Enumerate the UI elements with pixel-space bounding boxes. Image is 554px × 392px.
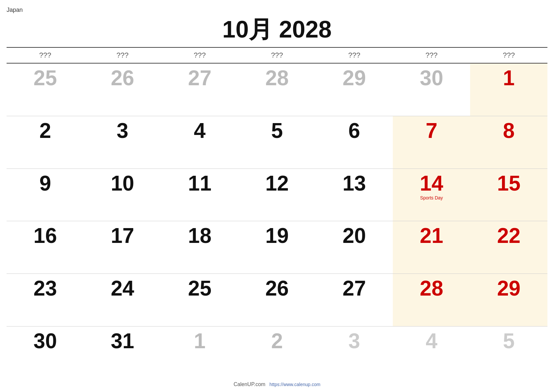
day-cell: 29 [315, 64, 393, 116]
brand-label: CalenUP.com [234, 381, 265, 387]
day-number: 31 [111, 330, 134, 352]
day-cell: 25 [161, 274, 239, 326]
day-number: 5 [503, 330, 515, 352]
day-number: 4 [194, 120, 206, 141]
day-number: 29 [497, 278, 520, 299]
day-number: 30 [420, 67, 443, 89]
day-number: 28 [265, 67, 289, 89]
day-number: 21 [420, 225, 443, 246]
week-row-5: 303112345 [7, 327, 547, 379]
day-cell: 6 [315, 116, 393, 169]
day-number: 16 [34, 225, 57, 246]
day-cell: 4 [161, 116, 239, 169]
calendar-page: Japan 10月 2028 ????????????????????? 252… [0, 0, 554, 392]
day-header-2: ??? [161, 48, 239, 63]
day-cell: 30 [7, 327, 84, 379]
day-number: 5 [271, 120, 283, 141]
week-row-0: 2526272829301 [7, 64, 547, 116]
day-cell: 5 [239, 116, 316, 169]
day-cell: 28 [393, 274, 470, 326]
day-number: 3 [348, 330, 360, 352]
day-number: 19 [265, 225, 289, 246]
day-header-5: ??? [393, 48, 470, 63]
day-cell: 15 [470, 169, 547, 221]
day-number: 11 [188, 173, 212, 194]
day-cell: 28 [239, 64, 316, 116]
holiday-label: Sports Day [420, 195, 443, 200]
week-row-1: 2345678 [7, 116, 547, 169]
day-cell: 19 [239, 221, 316, 274]
day-cell: 9 [7, 169, 84, 221]
day-header-6: ??? [470, 48, 547, 63]
day-number: 3 [116, 120, 128, 141]
day-cell: 1 [161, 327, 239, 379]
day-number: 20 [342, 225, 366, 246]
day-number: 8 [503, 120, 515, 141]
day-cell: 12 [239, 169, 316, 221]
day-cell: 3 [84, 116, 161, 169]
day-cell: 24 [84, 274, 161, 326]
month-title: 10月 2028 [7, 14, 547, 44]
day-number: 12 [265, 173, 289, 194]
day-cell: 26 [239, 274, 316, 326]
day-number: 18 [188, 225, 212, 246]
day-cell: 17 [84, 221, 161, 274]
day-cell: 18 [161, 221, 239, 274]
day-cell: 13 [315, 169, 393, 221]
day-number: 14 [420, 173, 443, 194]
day-cell: 11 [161, 169, 239, 221]
day-number: 2 [39, 120, 51, 141]
day-cell: 14Sports Day [393, 169, 470, 221]
day-cell: 5 [470, 327, 547, 379]
day-cell: 3 [315, 327, 393, 379]
day-number: 13 [342, 173, 366, 194]
day-number: 4 [426, 330, 438, 352]
day-cell: 2 [239, 327, 316, 379]
day-number: 26 [111, 67, 134, 89]
country-label: Japan [7, 7, 547, 13]
day-header-0: ??? [7, 48, 84, 63]
day-number: 2 [271, 330, 283, 352]
weeks-container: 2526272829301234567891011121314Sports Da… [7, 64, 547, 379]
day-header-4: ??? [315, 48, 393, 63]
day-header-1: ??? [84, 48, 161, 63]
day-number: 10 [111, 173, 134, 194]
day-cell: 16 [7, 221, 84, 274]
day-number: 22 [497, 225, 520, 246]
day-number: 15 [497, 173, 520, 194]
day-number: 6 [348, 120, 360, 141]
day-number: 7 [426, 120, 438, 141]
day-number: 30 [34, 330, 57, 352]
day-cell: 10 [84, 169, 161, 221]
day-number: 29 [342, 67, 366, 89]
day-cell: 27 [161, 64, 239, 116]
day-cell: 8 [470, 116, 547, 169]
day-number: 25 [34, 67, 57, 89]
day-number: 27 [188, 67, 212, 89]
day-number: 17 [111, 225, 134, 246]
day-header-3: ??? [239, 48, 316, 63]
day-number: 1 [503, 67, 515, 89]
day-cell: 26 [84, 64, 161, 116]
week-row-2: 91011121314Sports Day15 [7, 169, 547, 222]
calendar-grid: ????????????????????? 252627282930123456… [7, 47, 547, 379]
day-number: 26 [265, 278, 289, 299]
day-cell: 27 [315, 274, 393, 326]
day-number: 27 [342, 278, 366, 299]
day-cell: 30 [393, 64, 470, 116]
day-cell: 20 [315, 221, 393, 274]
footer: CalenUP.com https://www.calenup.com [7, 379, 547, 389]
week-row-4: 23242526272829 [7, 274, 547, 327]
day-number: 28 [420, 278, 443, 299]
day-cell: 23 [7, 274, 84, 326]
day-cell: 29 [470, 274, 547, 326]
week-row-3: 16171819202122 [7, 221, 547, 274]
day-number: 1 [194, 330, 206, 352]
day-cell: 22 [470, 221, 547, 274]
day-number: 24 [111, 278, 134, 299]
day-cell: 31 [84, 327, 161, 379]
day-cell: 7 [393, 116, 470, 169]
brand-url[interactable]: https://www.calenup.com [269, 382, 320, 387]
day-number: 25 [188, 278, 212, 299]
day-cell: 4 [393, 327, 470, 379]
